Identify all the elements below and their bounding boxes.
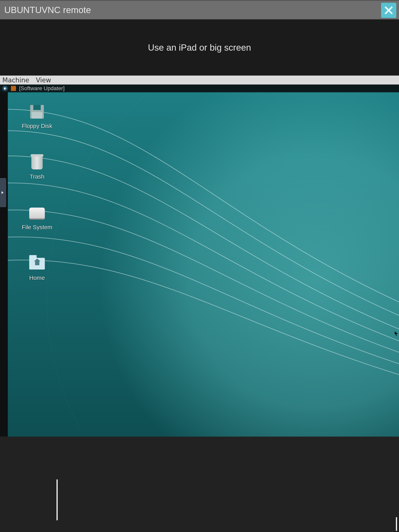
hint-banner: Use an iPad or big screen xyxy=(0,19,399,76)
wallpaper xyxy=(8,92,399,437)
icon-label: File System xyxy=(22,224,52,231)
home-folder-icon xyxy=(29,258,45,270)
window-title: UBUNTUVNC remote xyxy=(4,5,91,15)
close-icon xyxy=(384,5,394,15)
desktop-icons: Floppy Disk Trash File System Home xyxy=(19,104,55,281)
window-titlebar: UBUNTUVNC remote xyxy=(0,0,399,19)
desktop-icon-floppy-disk[interactable]: Floppy Disk xyxy=(19,104,55,129)
trash-icon xyxy=(31,155,43,169)
guest-panel[interactable]: [Software Updater] xyxy=(0,84,399,92)
vm-menu-view[interactable]: View xyxy=(36,76,51,84)
close-button[interactable] xyxy=(381,3,396,18)
desktop-icon-file-system[interactable]: File System xyxy=(19,205,55,231)
guest-left-border xyxy=(0,92,8,437)
wallpaper-lines-icon xyxy=(8,92,399,437)
icon-label: Floppy Disk xyxy=(22,123,52,129)
vm-menu-machine[interactable]: Machine xyxy=(2,76,29,84)
drive-icon xyxy=(29,208,45,218)
vnc-side-handle[interactable] xyxy=(0,178,6,207)
taskbar-app-label[interactable]: [Software Updater] xyxy=(19,85,64,92)
text-caret-icon xyxy=(57,479,58,520)
svg-point-0 xyxy=(47,92,399,437)
bottom-area xyxy=(0,437,399,532)
desktop-icon-home[interactable]: Home xyxy=(19,256,55,281)
applications-menu-icon[interactable] xyxy=(2,86,8,91)
app-root: UBUNTUVNC remote Use an iPad or big scre… xyxy=(0,0,399,532)
vm-window: Machine View xyxy=(0,76,399,532)
icon-label: Home xyxy=(29,275,45,281)
taskbar-app-icon[interactable] xyxy=(11,86,16,91)
floppy-disk-icon xyxy=(30,105,44,119)
icon-label: Trash xyxy=(30,173,45,180)
vm-menubar: Machine View xyxy=(0,76,399,84)
hint-text: Use an iPad or big screen xyxy=(148,42,251,53)
guest-desktop[interactable]: [Software Updater] Floppy Disk Trash Fil… xyxy=(0,84,399,437)
desktop-icon-trash[interactable]: Trash xyxy=(19,155,55,180)
text-caret-icon xyxy=(396,517,397,531)
